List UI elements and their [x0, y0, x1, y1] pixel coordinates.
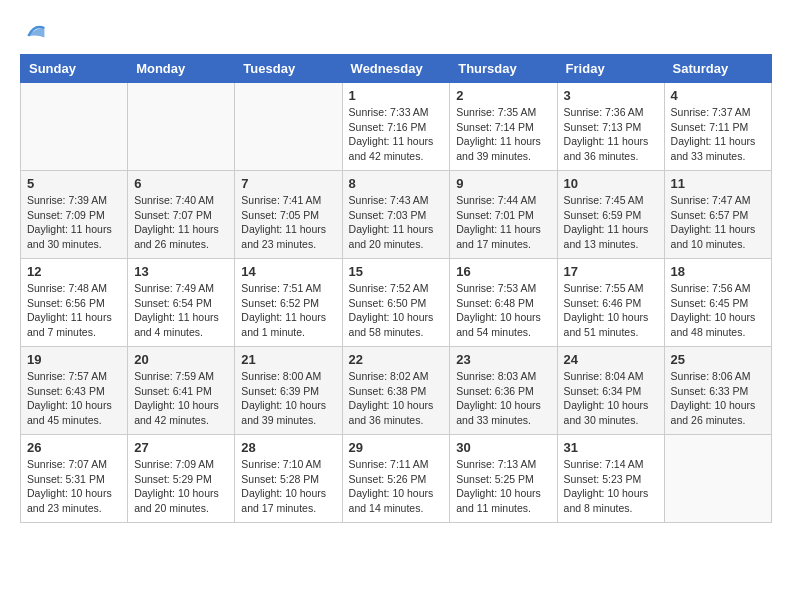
calendar-day-cell: 1Sunrise: 7:33 AM Sunset: 7:16 PM Daylig… [342, 83, 450, 171]
calendar-table: SundayMondayTuesdayWednesdayThursdayFrid… [20, 54, 772, 523]
calendar-day-cell: 13Sunrise: 7:49 AM Sunset: 6:54 PM Dayli… [128, 259, 235, 347]
day-info: Sunrise: 7:44 AM Sunset: 7:01 PM Dayligh… [456, 193, 550, 252]
day-of-week-header: Tuesday [235, 55, 342, 83]
calendar-day-cell: 19Sunrise: 7:57 AM Sunset: 6:43 PM Dayli… [21, 347, 128, 435]
day-of-week-header: Wednesday [342, 55, 450, 83]
calendar-day-cell: 22Sunrise: 8:02 AM Sunset: 6:38 PM Dayli… [342, 347, 450, 435]
day-of-week-header: Monday [128, 55, 235, 83]
day-number: 13 [134, 264, 228, 279]
day-info: Sunrise: 8:00 AM Sunset: 6:39 PM Dayligh… [241, 369, 335, 428]
calendar-day-cell: 31Sunrise: 7:14 AM Sunset: 5:23 PM Dayli… [557, 435, 664, 523]
calendar-day-cell: 6Sunrise: 7:40 AM Sunset: 7:07 PM Daylig… [128, 171, 235, 259]
day-info: Sunrise: 7:41 AM Sunset: 7:05 PM Dayligh… [241, 193, 335, 252]
day-number: 10 [564, 176, 658, 191]
day-info: Sunrise: 7:55 AM Sunset: 6:46 PM Dayligh… [564, 281, 658, 340]
logo [20, 20, 46, 44]
day-of-week-header: Thursday [450, 55, 557, 83]
calendar-day-cell: 3Sunrise: 7:36 AM Sunset: 7:13 PM Daylig… [557, 83, 664, 171]
day-info: Sunrise: 7:35 AM Sunset: 7:14 PM Dayligh… [456, 105, 550, 164]
day-info: Sunrise: 8:06 AM Sunset: 6:33 PM Dayligh… [671, 369, 765, 428]
day-info: Sunrise: 7:53 AM Sunset: 6:48 PM Dayligh… [456, 281, 550, 340]
day-number: 24 [564, 352, 658, 367]
calendar-day-cell: 15Sunrise: 7:52 AM Sunset: 6:50 PM Dayli… [342, 259, 450, 347]
day-info: Sunrise: 7:56 AM Sunset: 6:45 PM Dayligh… [671, 281, 765, 340]
day-of-week-header: Sunday [21, 55, 128, 83]
day-number: 20 [134, 352, 228, 367]
calendar-day-cell: 27Sunrise: 7:09 AM Sunset: 5:29 PM Dayli… [128, 435, 235, 523]
day-of-week-header: Saturday [664, 55, 771, 83]
day-number: 22 [349, 352, 444, 367]
day-number: 30 [456, 440, 550, 455]
day-info: Sunrise: 7:59 AM Sunset: 6:41 PM Dayligh… [134, 369, 228, 428]
day-number: 27 [134, 440, 228, 455]
day-number: 9 [456, 176, 550, 191]
calendar-day-cell: 28Sunrise: 7:10 AM Sunset: 5:28 PM Dayli… [235, 435, 342, 523]
day-info: Sunrise: 7:40 AM Sunset: 7:07 PM Dayligh… [134, 193, 228, 252]
calendar-day-cell: 16Sunrise: 7:53 AM Sunset: 6:48 PM Dayli… [450, 259, 557, 347]
day-number: 14 [241, 264, 335, 279]
calendar-day-cell: 21Sunrise: 8:00 AM Sunset: 6:39 PM Dayli… [235, 347, 342, 435]
day-info: Sunrise: 8:04 AM Sunset: 6:34 PM Dayligh… [564, 369, 658, 428]
calendar-day-cell: 29Sunrise: 7:11 AM Sunset: 5:26 PM Dayli… [342, 435, 450, 523]
calendar-week-row: 5Sunrise: 7:39 AM Sunset: 7:09 PM Daylig… [21, 171, 772, 259]
day-number: 29 [349, 440, 444, 455]
day-info: Sunrise: 7:47 AM Sunset: 6:57 PM Dayligh… [671, 193, 765, 252]
day-number: 1 [349, 88, 444, 103]
calendar-day-cell: 23Sunrise: 8:03 AM Sunset: 6:36 PM Dayli… [450, 347, 557, 435]
day-number: 21 [241, 352, 335, 367]
calendar-week-row: 26Sunrise: 7:07 AM Sunset: 5:31 PM Dayli… [21, 435, 772, 523]
day-number: 16 [456, 264, 550, 279]
calendar-day-cell: 24Sunrise: 8:04 AM Sunset: 6:34 PM Dayli… [557, 347, 664, 435]
day-info: Sunrise: 7:48 AM Sunset: 6:56 PM Dayligh… [27, 281, 121, 340]
calendar-day-cell [21, 83, 128, 171]
day-number: 25 [671, 352, 765, 367]
calendar-week-row: 19Sunrise: 7:57 AM Sunset: 6:43 PM Dayli… [21, 347, 772, 435]
calendar-week-row: 12Sunrise: 7:48 AM Sunset: 6:56 PM Dayli… [21, 259, 772, 347]
calendar-day-cell: 17Sunrise: 7:55 AM Sunset: 6:46 PM Dayli… [557, 259, 664, 347]
calendar-day-cell [235, 83, 342, 171]
day-info: Sunrise: 8:02 AM Sunset: 6:38 PM Dayligh… [349, 369, 444, 428]
calendar-day-cell [128, 83, 235, 171]
day-info: Sunrise: 7:57 AM Sunset: 6:43 PM Dayligh… [27, 369, 121, 428]
day-info: Sunrise: 7:33 AM Sunset: 7:16 PM Dayligh… [349, 105, 444, 164]
calendar-day-cell: 30Sunrise: 7:13 AM Sunset: 5:25 PM Dayli… [450, 435, 557, 523]
day-info: Sunrise: 7:11 AM Sunset: 5:26 PM Dayligh… [349, 457, 444, 516]
day-number: 3 [564, 88, 658, 103]
day-of-week-header: Friday [557, 55, 664, 83]
day-number: 2 [456, 88, 550, 103]
day-info: Sunrise: 7:51 AM Sunset: 6:52 PM Dayligh… [241, 281, 335, 340]
day-info: Sunrise: 7:49 AM Sunset: 6:54 PM Dayligh… [134, 281, 228, 340]
calendar-day-cell [664, 435, 771, 523]
day-number: 5 [27, 176, 121, 191]
calendar-day-cell: 9Sunrise: 7:44 AM Sunset: 7:01 PM Daylig… [450, 171, 557, 259]
day-number: 28 [241, 440, 335, 455]
calendar-day-cell: 26Sunrise: 7:07 AM Sunset: 5:31 PM Dayli… [21, 435, 128, 523]
calendar-day-cell: 20Sunrise: 7:59 AM Sunset: 6:41 PM Dayli… [128, 347, 235, 435]
day-info: Sunrise: 7:45 AM Sunset: 6:59 PM Dayligh… [564, 193, 658, 252]
day-info: Sunrise: 7:52 AM Sunset: 6:50 PM Dayligh… [349, 281, 444, 340]
day-info: Sunrise: 8:03 AM Sunset: 6:36 PM Dayligh… [456, 369, 550, 428]
calendar-day-cell: 12Sunrise: 7:48 AM Sunset: 6:56 PM Dayli… [21, 259, 128, 347]
day-info: Sunrise: 7:37 AM Sunset: 7:11 PM Dayligh… [671, 105, 765, 164]
calendar-day-cell: 18Sunrise: 7:56 AM Sunset: 6:45 PM Dayli… [664, 259, 771, 347]
day-info: Sunrise: 7:07 AM Sunset: 5:31 PM Dayligh… [27, 457, 121, 516]
calendar-day-cell: 4Sunrise: 7:37 AM Sunset: 7:11 PM Daylig… [664, 83, 771, 171]
logo-icon [22, 20, 46, 44]
day-number: 4 [671, 88, 765, 103]
day-info: Sunrise: 7:43 AM Sunset: 7:03 PM Dayligh… [349, 193, 444, 252]
calendar-day-cell: 25Sunrise: 8:06 AM Sunset: 6:33 PM Dayli… [664, 347, 771, 435]
day-info: Sunrise: 7:09 AM Sunset: 5:29 PM Dayligh… [134, 457, 228, 516]
calendar-header-row: SundayMondayTuesdayWednesdayThursdayFrid… [21, 55, 772, 83]
calendar-week-row: 1Sunrise: 7:33 AM Sunset: 7:16 PM Daylig… [21, 83, 772, 171]
day-number: 23 [456, 352, 550, 367]
page-header [20, 20, 772, 44]
calendar-day-cell: 14Sunrise: 7:51 AM Sunset: 6:52 PM Dayli… [235, 259, 342, 347]
day-info: Sunrise: 7:10 AM Sunset: 5:28 PM Dayligh… [241, 457, 335, 516]
day-number: 19 [27, 352, 121, 367]
day-number: 26 [27, 440, 121, 455]
calendar-day-cell: 5Sunrise: 7:39 AM Sunset: 7:09 PM Daylig… [21, 171, 128, 259]
day-number: 12 [27, 264, 121, 279]
calendar-day-cell: 10Sunrise: 7:45 AM Sunset: 6:59 PM Dayli… [557, 171, 664, 259]
calendar-day-cell: 2Sunrise: 7:35 AM Sunset: 7:14 PM Daylig… [450, 83, 557, 171]
day-number: 6 [134, 176, 228, 191]
